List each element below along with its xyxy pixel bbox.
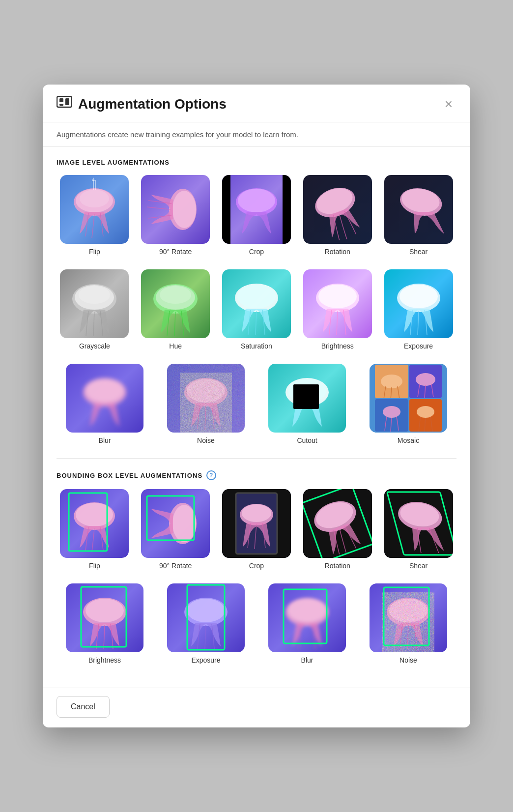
aug-item-brightness[interactable]: Brightness xyxy=(299,269,375,350)
aug-item-flip[interactable]: Flip xyxy=(57,175,133,256)
modal-subtitle: Augmentations create new training exampl… xyxy=(43,122,470,147)
aug-label-bb-noise: Noise xyxy=(399,656,417,664)
cancel-button[interactable]: Cancel xyxy=(57,696,110,718)
aug-img-rotate90 xyxy=(141,175,210,244)
aug-img-bb-exposure xyxy=(167,583,245,652)
svg-point-72 xyxy=(187,599,225,622)
aug-label-brightness: Brightness xyxy=(321,342,354,350)
image-section-title: IMAGE LEVEL AUGMENTATIONS xyxy=(57,159,456,166)
aug-item-bb-blur[interactable]: Blur xyxy=(259,583,355,664)
aug-label-noise: Noise xyxy=(197,436,215,444)
augmentation-modal: Augmentation Options × Augmentations cre… xyxy=(43,85,470,727)
help-icon[interactable]: ? xyxy=(206,470,216,480)
aug-item-bb-rotate90[interactable]: 90° Rotate xyxy=(138,489,214,570)
aug-label-exposure: Exposure xyxy=(404,342,433,350)
svg-rect-1 xyxy=(59,98,63,102)
aug-label-bb-crop: Crop xyxy=(249,562,264,570)
aug-item-cutout[interactable]: Cutout xyxy=(259,364,355,444)
aug-label-grayscale: Grayscale xyxy=(79,342,110,350)
svg-point-42 xyxy=(416,373,435,386)
aug-label-saturation: Saturation xyxy=(241,342,272,350)
aug-label-bb-shear: Shear xyxy=(409,562,428,570)
aug-img-flip xyxy=(60,175,129,244)
aug-item-bb-flip[interactable]: Flip xyxy=(57,489,133,570)
aug-item-rotation[interactable]: Rotation xyxy=(299,175,375,256)
crop-overlay xyxy=(222,175,291,244)
aug-label-blur: Blur xyxy=(99,436,111,444)
aug-label-rotate90: 90° Rotate xyxy=(159,248,192,256)
aug-img-grayscale xyxy=(60,269,129,338)
bbox-section-title: BOUNDING BOX LEVEL AUGMENTATIONS ? xyxy=(57,470,456,480)
svg-point-11 xyxy=(172,191,196,228)
aug-item-bb-noise[interactable]: Noise xyxy=(360,583,456,664)
aug-img-bb-rotate90 xyxy=(141,489,210,558)
svg-rect-2 xyxy=(65,98,69,105)
image-aug-grid-row1: Flip 90° Rotate xyxy=(57,175,456,256)
aug-label-flip: Flip xyxy=(89,248,100,256)
svg-point-53 xyxy=(172,505,196,542)
aug-item-bb-rotation[interactable]: Rotation xyxy=(299,489,375,570)
svg-point-39 xyxy=(381,375,402,388)
aug-label-bb-brightness: Brightness xyxy=(88,656,121,664)
aug-img-bb-shear xyxy=(384,489,453,558)
aug-img-cutout xyxy=(268,364,346,433)
bbox-aug-grid-row1: Flip 90° Rotate xyxy=(57,489,456,570)
aug-item-exposure[interactable]: Exposure xyxy=(380,269,456,350)
aug-img-bb-brightness xyxy=(66,583,143,652)
aug-label-rotation: Rotation xyxy=(325,248,350,256)
aug-img-bb-blur xyxy=(268,583,346,652)
aug-img-bb-noise xyxy=(370,583,447,652)
aug-item-saturation[interactable]: Saturation xyxy=(219,269,295,350)
aug-item-noise[interactable]: Noise xyxy=(158,364,254,444)
aug-img-noise xyxy=(167,364,245,433)
svg-marker-8 xyxy=(92,177,95,181)
aug-img-bb-crop xyxy=(222,489,291,558)
aug-img-shear xyxy=(384,175,453,244)
modal-title: Augmentation Options xyxy=(78,96,227,112)
aug-item-hue[interactable]: Hue xyxy=(138,269,214,350)
aug-item-bb-shear[interactable]: Shear xyxy=(380,489,456,570)
aug-label-bb-blur: Blur xyxy=(301,656,314,664)
modal-body: IMAGE LEVEL AUGMENTATIONS xyxy=(43,147,470,688)
aug-item-bb-crop[interactable]: Crop xyxy=(219,489,295,570)
svg-point-23 xyxy=(160,286,191,304)
aug-img-bb-rotation xyxy=(303,489,372,558)
aug-item-bb-brightness[interactable]: Brightness xyxy=(57,583,153,664)
svg-point-6 xyxy=(80,190,109,207)
aug-img-bb-flip xyxy=(60,489,129,558)
aug-item-crop[interactable]: Crop xyxy=(219,175,295,256)
svg-point-45 xyxy=(383,406,400,418)
aug-item-mosaic[interactable]: Mosaic xyxy=(360,364,456,444)
aug-label-bb-exposure: Exposure xyxy=(191,656,220,664)
grain-overlay xyxy=(167,364,245,433)
aug-label-bb-flip: Flip xyxy=(89,562,100,570)
svg-point-48 xyxy=(417,406,434,418)
aug-label-mosaic: Mosaic xyxy=(398,436,419,444)
svg-point-78 xyxy=(389,599,428,622)
svg-point-29 xyxy=(399,285,438,308)
close-button[interactable]: × xyxy=(441,95,456,113)
aug-item-rotate90[interactable]: 90° Rotate xyxy=(138,175,214,256)
aug-img-mosaic xyxy=(370,364,447,433)
svg-point-25 xyxy=(237,285,276,308)
aug-img-blur xyxy=(66,364,143,433)
aug-img-rotation xyxy=(303,175,372,244)
svg-point-58 xyxy=(242,504,271,522)
aug-item-blur[interactable]: Blur xyxy=(57,364,153,444)
aug-img-saturation xyxy=(222,269,291,338)
svg-rect-36 xyxy=(293,384,319,409)
aug-img-hue xyxy=(141,269,210,338)
aug-item-shear[interactable]: Shear xyxy=(380,175,456,256)
title-row: Augmentation Options xyxy=(57,96,227,113)
svg-point-27 xyxy=(318,285,357,308)
aug-label-crop: Crop xyxy=(249,248,264,256)
svg-rect-3 xyxy=(59,104,63,106)
image-aug-grid-row2: Grayscale Hue xyxy=(57,269,456,350)
aug-item-grayscale[interactable]: Grayscale xyxy=(57,269,133,350)
section-divider xyxy=(57,458,456,459)
modal-header: Augmentation Options × xyxy=(43,85,470,122)
aug-label-bb-rotate90: 90° Rotate xyxy=(159,562,192,570)
aug-label-shear: Shear xyxy=(409,248,428,256)
aug-label-hue: Hue xyxy=(169,342,182,350)
aug-item-bb-exposure[interactable]: Exposure xyxy=(158,583,254,664)
